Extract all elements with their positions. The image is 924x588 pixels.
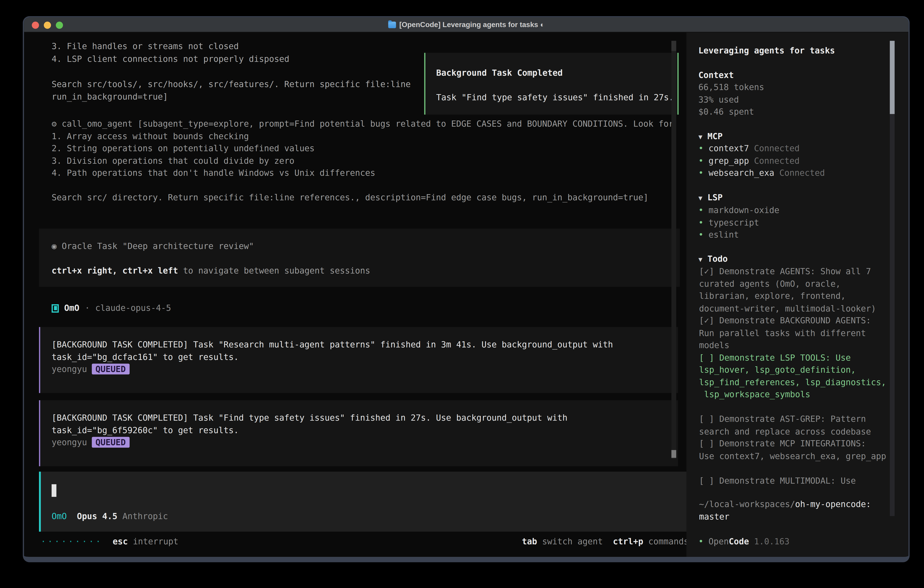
todo-section-header[interactable]: ▼ Todo — [698, 253, 728, 266]
todo-item: [✓] Demonstrate AGENTS: Show all 7 curat… — [699, 265, 897, 314]
separator-dot: · — [85, 302, 90, 314]
context-spent: $0.46 spent — [698, 106, 764, 118]
message-author: yeongyu — [52, 364, 87, 374]
log-line: 3. File handles or streams not closed — [52, 40, 289, 53]
status-badge: QUEUED — [92, 363, 129, 375]
session-title: Leveraging agents for tasks — [698, 45, 835, 57]
gear-icon: ⚙ — [52, 119, 57, 129]
active-agent: OmO — [52, 511, 67, 521]
bullet-icon: • — [698, 218, 703, 227]
agent-icon — [52, 304, 59, 312]
context-stats: 66,518 tokens 33% used $0.46 spent — [698, 81, 764, 118]
tool-call-line: Search src/ directory. Return specific f… — [52, 192, 674, 204]
context-header: Context — [698, 69, 734, 81]
bullet-icon: • — [698, 144, 703, 153]
message-line: [BACKGROUND TASK COMPLETED] Task "Find t… — [52, 411, 678, 424]
opencode-terminal-window: [OpenCode] Leveraging agents for tasks ◐… — [23, 16, 909, 562]
chevron-down-icon: ▼ — [698, 195, 702, 202]
tool-call-line: 1. Array access without bounds checking — [52, 130, 674, 142]
target-icon: ◉ — [52, 241, 57, 251]
window-title-group: [OpenCode] Leveraging agents for tasks ◐ — [388, 18, 544, 31]
workspace-path: ~/local-workspaces/oh-my-opencode: maste… — [699, 498, 897, 522]
bullet-icon: • — [698, 205, 703, 215]
model-row: OmO Opus 4.5 Anthropic — [52, 510, 168, 522]
mcp-section-header[interactable]: ▼ MCP — [698, 130, 723, 144]
zoom-button[interactable] — [56, 21, 63, 29]
tab-key-hint: tab — [522, 537, 537, 546]
todo-item: [ ] Demonstrate MULTIMODAL: Use — [699, 474, 897, 487]
tool-call-line: call_omo_agent [subagent_type=explore, p… — [62, 119, 673, 129]
mcp-item: • websearch_exa Connected — [698, 167, 825, 179]
status-badge: QUEUED — [92, 437, 129, 448]
log-line: Search src/tools/, src/hooks/, src/featu… — [52, 78, 411, 90]
folder-icon — [388, 21, 396, 28]
statusbar-left: ········· esc interrupt — [41, 535, 178, 548]
shortcut-keys: ctrl+x right, ctrl+x left — [52, 266, 178, 275]
active-model: Opus 4.5 — [77, 511, 117, 521]
workspace-repo: oh-my-opencode: — [795, 499, 871, 509]
tool-call-line: 2. String operations on potentially unde… — [52, 142, 674, 154]
tool-call-block: ⚙ call_omo_agent [subagent_type=explore,… — [52, 117, 674, 204]
bullet-icon: • — [698, 156, 703, 165]
screen: [OpenCode] Leveraging agents for tasks ◐… — [0, 0, 924, 588]
todo-item: [ ] Demonstrate LSP TOOLS: Use lsp_hover… — [699, 351, 897, 400]
commands-key-hint: ctrl+p — [613, 537, 643, 546]
workspace-branch: master — [699, 512, 729, 521]
scrollbar-thumb[interactable] — [672, 41, 676, 51]
message-line: [BACKGROUND TASK COMPLETED] Task "Resear… — [52, 339, 678, 351]
window-controls — [32, 21, 63, 29]
scrollback-log-2: Search src/tools/, src/hooks/, src/featu… — [52, 78, 411, 102]
lsp-item: • eslint — [698, 228, 779, 241]
todo-item: [ ] Demonstrate AST-GREP: Pattern search… — [699, 413, 897, 438]
mcp-item: • grep_app Connected — [698, 155, 825, 167]
context-tokens: 66,518 tokens — [698, 81, 764, 93]
window-titlebar: [OpenCode] Leveraging agents for tasks ◐ — [24, 18, 909, 33]
close-button[interactable] — [32, 21, 39, 29]
agent-model: claude-opus-4-5 — [95, 302, 171, 314]
app-version: 1.0.163 — [754, 537, 790, 546]
scrollback-log: 3. File handles or streams not closed 4.… — [52, 40, 289, 65]
sidebar-scrollbar-thumb[interactable] — [890, 41, 895, 114]
workspace-prefix: ~/local-workspaces/ — [699, 499, 795, 509]
tool-call-line: 4. Path operations that don't handle Win… — [52, 167, 674, 179]
message-author: yeongyu — [52, 438, 87, 447]
context-used: 33% used — [698, 93, 764, 106]
app-name-muted: Open — [708, 537, 729, 546]
mcp-item: • context7 Connected — [698, 142, 825, 154]
commands-key-label: commands — [648, 537, 689, 546]
spacer — [52, 253, 680, 265]
spacer — [436, 79, 678, 91]
background-task-toast: Background Task Completed Task "Find typ… — [424, 53, 679, 115]
spinner-dots: ········· — [41, 537, 102, 546]
app-name-bold: Code — [729, 537, 749, 546]
lsp-section-header[interactable]: ▼ LSP — [698, 192, 723, 205]
toast-body: Task "Find type safety issues" finished … — [436, 91, 678, 104]
log-line: 4. LSP client connections not properly d… — [52, 53, 289, 65]
minimize-button[interactable] — [44, 21, 51, 29]
bullet-icon: • — [698, 230, 703, 239]
lsp-item: • typescript — [698, 216, 779, 228]
chevron-down-icon: ▼ — [698, 256, 702, 263]
message-line: task_id="bg_6f59260c" to get results. — [52, 424, 678, 436]
sidebar-scrollbar[interactable] — [890, 41, 895, 516]
oracle-task-title: Oracle Task "Deep architecture review" — [62, 241, 254, 251]
tool-call-line: 3. Division operations that could divide… — [52, 155, 674, 167]
scrollbar-indicator[interactable] — [672, 450, 676, 458]
background-task-message: [BACKGROUND TASK COMPLETED] Task "Find t… — [39, 400, 678, 466]
window-title: [OpenCode] Leveraging agents for tasks ◐ — [399, 18, 544, 31]
todo-item: [ ] Demonstrate MCP INTEGRATIONS: Use co… — [699, 438, 897, 462]
main-scrollbar[interactable] — [672, 41, 676, 459]
esc-key-label: interrupt — [133, 537, 178, 546]
todo-list: [✓] Demonstrate AGENTS: Show all 7 curat… — [699, 265, 897, 487]
esc-key-hint: esc — [112, 537, 128, 546]
lsp-item: • markdown-oxide — [698, 204, 779, 216]
bullet-icon: • — [698, 537, 703, 546]
agent-header-row: OmO · claude-opus-4-5 — [52, 302, 171, 314]
toast-title: Background Task Completed — [436, 67, 678, 79]
todo-item: [✓] Demonstrate BACKGROUND AGENTS: Run p… — [699, 314, 897, 351]
prompt-input[interactable]: OmO Opus 4.5 Anthropic — [39, 472, 688, 532]
agent-name: OmO — [64, 302, 79, 314]
tab-key-label: switch agent — [542, 537, 603, 546]
background-task-message: [BACKGROUND TASK COMPLETED] Task "Resear… — [39, 327, 678, 393]
lsp-items: • markdown-oxide • typescript • eslint — [698, 204, 779, 241]
